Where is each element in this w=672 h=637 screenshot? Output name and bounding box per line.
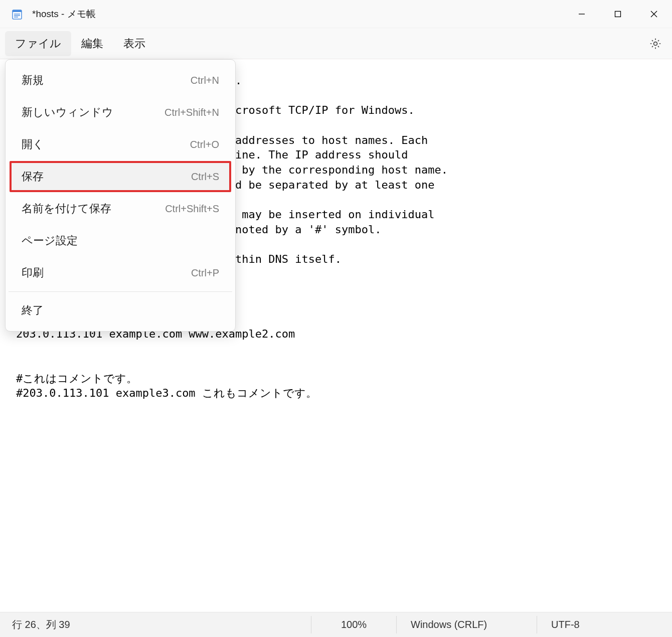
status-encoding: UTF-8 (537, 616, 672, 633)
settings-button[interactable] (644, 32, 667, 55)
menu-item-save[interactable]: 保存 Ctrl+S (10, 161, 231, 192)
svg-point-9 (654, 42, 657, 45)
menu-item-new-window[interactable]: 新しいウィンドウ Ctrl+Shift+N (10, 97, 231, 128)
status-zoom: 100% (311, 616, 396, 633)
menu-item-label: 印刷 (22, 265, 44, 280)
menu-file[interactable]: ファイル (5, 31, 71, 56)
menu-item-shortcut: Ctrl+O (190, 139, 219, 150)
menu-item-shortcut: Ctrl+Shift+N (164, 107, 219, 118)
menu-item-shortcut: Ctrl+Shift+S (165, 203, 219, 215)
notepad-icon (11, 8, 23, 20)
menu-item-shortcut: Ctrl+P (191, 267, 219, 279)
menu-item-label: 名前を付けて保存 (22, 201, 111, 216)
menu-item-shortcut: Ctrl+N (191, 75, 219, 86)
menu-item-save-as[interactable]: 名前を付けて保存 Ctrl+Shift+S (10, 193, 231, 224)
menu-item-print[interactable]: 印刷 Ctrl+P (10, 257, 231, 288)
file-menu-dropdown: 新規 Ctrl+N 新しいウィンドウ Ctrl+Shift+N 開く Ctrl+… (5, 59, 236, 332)
svg-rect-1 (13, 10, 22, 12)
menu-item-label: 新しいウィンドウ (22, 105, 113, 120)
window-controls (564, 0, 672, 28)
menubar: ファイル 編集 表示 (0, 28, 672, 59)
menu-divider (9, 291, 232, 292)
menu-item-shortcut: Ctrl+S (191, 171, 219, 183)
menu-item-open[interactable]: 開く Ctrl+O (10, 129, 231, 160)
titlebar: *hosts - メモ帳 (0, 0, 672, 28)
maximize-button[interactable] (600, 0, 636, 28)
svg-rect-6 (615, 11, 621, 17)
menu-item-exit[interactable]: 終了 (10, 295, 231, 326)
menu-item-page-setup[interactable]: ページ設定 (10, 225, 231, 256)
statusbar: 行 26、列 39 100% Windows (CRLF) UTF-8 (0, 612, 672, 637)
menu-item-label: ページ設定 (22, 233, 78, 248)
menu-edit[interactable]: 編集 (71, 31, 113, 56)
menu-item-label: 開く (22, 137, 44, 152)
menu-view[interactable]: 表示 (113, 31, 155, 56)
window-title: *hosts - メモ帳 (32, 8, 564, 21)
menu-item-label: 新規 (22, 73, 44, 88)
menu-item-label: 保存 (22, 169, 44, 184)
close-button[interactable] (636, 0, 672, 28)
menu-item-label: 終了 (22, 303, 44, 318)
minimize-button[interactable] (564, 0, 600, 28)
status-line-ending: Windows (CRLF) (396, 616, 537, 633)
status-position: 行 26、列 39 (0, 616, 311, 633)
menu-item-new[interactable]: 新規 Ctrl+N (10, 65, 231, 96)
